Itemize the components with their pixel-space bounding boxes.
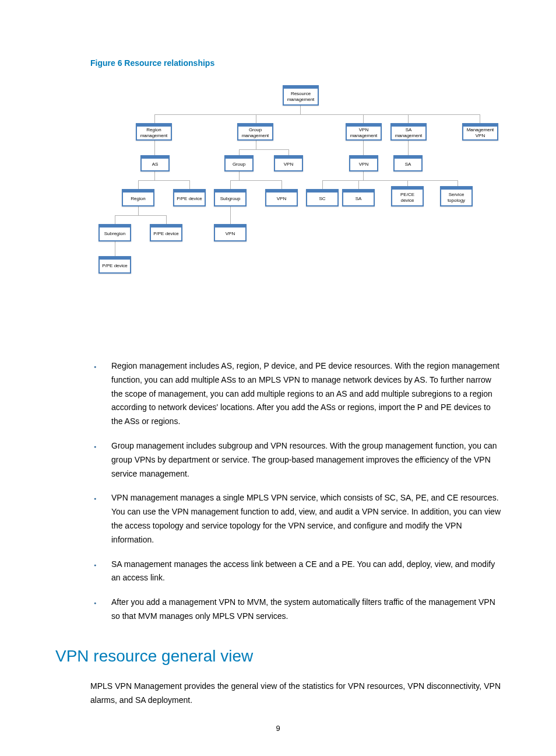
diagram-node: P/PE device [173, 189, 206, 206]
resource-relationships-diagram: Resource management Region management Gr… [55, 85, 501, 330]
diagram-node: Management VPN [462, 123, 498, 141]
diagram-node: VPN [274, 155, 303, 172]
diagram-node: PE/CE device [391, 186, 424, 206]
diagram-node: VPN [349, 155, 378, 172]
section-heading: VPN resource general view [55, 647, 501, 666]
diagram-node: Region management [136, 123, 172, 141]
diagram-node: Service topology [440, 186, 473, 206]
diagram-node: AS [140, 155, 170, 172]
page-number: 9 [0, 724, 556, 733]
figure-caption: Figure 6 Resource relationships [90, 58, 501, 68]
diagram-node: SC [306, 189, 339, 206]
diagram-node: VPN management [346, 123, 382, 141]
diagram-node: VPN [214, 224, 247, 242]
bullet-list: Region management includes AS, region, P… [90, 359, 501, 624]
diagram-node: Group [224, 155, 254, 172]
diagram-node: Subgroup [214, 189, 247, 206]
diagram-node: VPN [265, 189, 298, 206]
body-paragraph: MPLS VPN Management provides the general… [90, 680, 501, 708]
list-item: VPN management manages a single MPLS VPN… [90, 491, 501, 547]
list-item: Group management includes subgroup and V… [90, 439, 501, 481]
diagram-node: Subregion [98, 224, 131, 242]
diagram-node: P/PE device [98, 256, 131, 274]
diagram-node: P/PE device [150, 224, 182, 242]
list-item: SA management manages the access link be… [90, 558, 501, 586]
diagram-node: Region [122, 189, 154, 206]
diagram-node: SA [393, 155, 423, 172]
diagram-node: Group management [237, 123, 273, 141]
page: Figure 6 Resource relationships [0, 0, 556, 756]
diagram-node: SA management [390, 123, 427, 141]
list-item: After you add a management VPN to MVM, t… [90, 596, 501, 624]
diagram-node: SA [342, 189, 375, 206]
list-item: Region management includes AS, region, P… [90, 359, 501, 429]
diagram-node-root: Resource management [283, 85, 319, 106]
